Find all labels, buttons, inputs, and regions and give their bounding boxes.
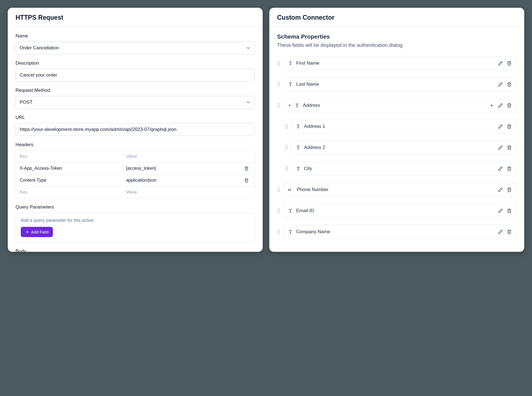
schema-field-row: First Name bbox=[277, 56, 516, 70]
add-field-button[interactable]: Add Field bbox=[21, 227, 53, 237]
panel-header-left: HTTPS Request bbox=[8, 8, 263, 27]
trash-icon bbox=[507, 166, 512, 171]
add-child-button[interactable] bbox=[489, 103, 494, 108]
svg-point-25 bbox=[285, 126, 286, 127]
header-value[interactable]: {access_token} bbox=[126, 166, 244, 171]
delete-field-button[interactable] bbox=[507, 166, 512, 171]
query-params-box: Add a query parameter for this action Ad… bbox=[16, 213, 255, 242]
drag-handle[interactable] bbox=[277, 229, 280, 234]
text-type-icon bbox=[288, 208, 293, 213]
drag-handle[interactable] bbox=[277, 103, 280, 108]
text-type-icon bbox=[296, 145, 301, 150]
trash-icon bbox=[244, 178, 249, 183]
svg-point-19 bbox=[279, 107, 280, 108]
drag-handle[interactable] bbox=[277, 208, 280, 213]
drag-handle-icon bbox=[285, 124, 288, 129]
schema-field-row: Email ID bbox=[277, 204, 516, 218]
svg-point-12 bbox=[278, 86, 278, 87]
text-type-icon bbox=[288, 61, 293, 66]
drag-handle[interactable] bbox=[277, 61, 280, 66]
edit-field-button[interactable] bbox=[498, 208, 503, 213]
header-row: Content-Type application/json bbox=[16, 174, 255, 186]
svg-point-49 bbox=[279, 209, 280, 210]
schema-field-label: Company Name bbox=[296, 229, 495, 235]
method-select[interactable]: POST bbox=[16, 96, 255, 109]
drag-handle[interactable] bbox=[285, 166, 288, 171]
header-empty-value[interactable]: Value bbox=[126, 190, 244, 195]
delete-header-button[interactable] bbox=[244, 166, 249, 171]
panel-body-right: Schema Properties These fields will be d… bbox=[269, 27, 524, 252]
body-label: Body bbox=[16, 248, 255, 252]
svg-point-13 bbox=[279, 86, 280, 87]
delete-field-button[interactable] bbox=[507, 124, 512, 129]
drag-handle-icon bbox=[277, 187, 280, 192]
url-label: URL bbox=[16, 115, 255, 120]
schema-field-row: Address 1 bbox=[285, 120, 516, 133]
field-actions bbox=[498, 229, 512, 234]
svg-point-9 bbox=[279, 82, 280, 83]
svg-point-31 bbox=[285, 147, 286, 148]
drag-handle-icon bbox=[285, 145, 288, 150]
drag-handle[interactable] bbox=[277, 82, 280, 87]
edit-field-button[interactable] bbox=[498, 229, 503, 234]
edit-field-button[interactable] bbox=[498, 145, 503, 150]
https-request-panel: HTTPS Request Name Order Cancellation De… bbox=[8, 8, 263, 252]
svg-marker-20 bbox=[288, 105, 291, 106]
header-empty-key[interactable]: Key bbox=[20, 190, 126, 195]
text-type-icon bbox=[288, 61, 293, 66]
delete-field-button[interactable] bbox=[507, 229, 512, 234]
delete-field-button[interactable] bbox=[507, 187, 512, 192]
edit-field-button[interactable] bbox=[498, 166, 503, 171]
field-actions bbox=[498, 145, 512, 150]
svg-point-29 bbox=[285, 146, 286, 146]
description-input[interactable] bbox=[16, 69, 255, 82]
svg-point-45 bbox=[278, 191, 278, 192]
schema-field-card: Company Name bbox=[283, 225, 516, 239]
edit-field-button[interactable] bbox=[498, 187, 503, 192]
header-key[interactable]: Content-Type bbox=[20, 178, 126, 183]
plus-icon bbox=[25, 230, 29, 234]
edit-field-button[interactable] bbox=[498, 124, 503, 129]
delete-field-button[interactable] bbox=[507, 145, 512, 150]
drag-handle[interactable] bbox=[285, 124, 288, 129]
field-actions bbox=[498, 208, 512, 213]
svg-point-55 bbox=[279, 230, 280, 231]
add-field-label: Add Field bbox=[31, 230, 48, 234]
svg-point-42 bbox=[279, 188, 280, 189]
text-type-icon bbox=[296, 145, 301, 150]
edit-icon bbox=[498, 61, 503, 66]
delete-field-button[interactable] bbox=[507, 61, 512, 66]
expand-toggle[interactable] bbox=[288, 104, 291, 107]
name-select[interactable]: Order Cancellation bbox=[16, 42, 255, 54]
chevron-down-icon bbox=[246, 100, 251, 105]
delete-field-button[interactable] bbox=[507, 208, 512, 213]
svg-point-52 bbox=[278, 212, 278, 213]
panel-title-right: Custom Connector bbox=[277, 14, 516, 21]
schema-field-card: First Name bbox=[283, 56, 516, 70]
drag-handle[interactable] bbox=[285, 145, 288, 150]
drag-handle[interactable] bbox=[277, 187, 280, 192]
schema-field-label: First Name bbox=[296, 60, 495, 66]
edit-field-button[interactable] bbox=[498, 82, 503, 87]
header-value[interactable]: application/json bbox=[126, 178, 244, 183]
field-actions bbox=[498, 82, 512, 87]
url-input[interactable] bbox=[16, 123, 255, 136]
trash-icon bbox=[507, 187, 512, 192]
schema-field-row: Company Name bbox=[277, 225, 516, 239]
delete-header-button[interactable] bbox=[244, 178, 249, 183]
header-key[interactable]: X-App_Access-Token bbox=[20, 166, 126, 171]
text-type-icon bbox=[296, 124, 301, 129]
edit-field-button[interactable] bbox=[498, 103, 503, 108]
svg-point-14 bbox=[278, 103, 278, 104]
delete-field-button[interactable] bbox=[507, 82, 512, 87]
svg-point-16 bbox=[278, 105, 278, 106]
svg-point-39 bbox=[285, 170, 286, 171]
edit-icon bbox=[498, 103, 503, 108]
svg-point-36 bbox=[287, 167, 288, 167]
svg-point-54 bbox=[278, 230, 278, 231]
schema-field-label: Email ID bbox=[296, 208, 495, 214]
header-empty-row[interactable]: Key Value bbox=[16, 186, 255, 198]
delete-field-button[interactable] bbox=[507, 103, 512, 108]
svg-point-43 bbox=[278, 189, 278, 190]
edit-field-button[interactable] bbox=[498, 61, 503, 66]
